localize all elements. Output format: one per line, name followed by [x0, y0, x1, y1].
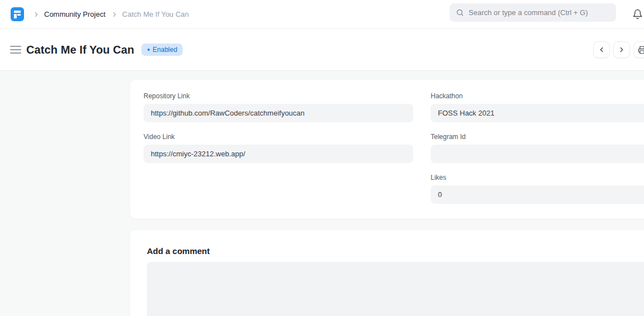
status-badge: • Enabled [141, 44, 183, 56]
notifications-button[interactable] [631, 6, 644, 22]
field-label: Likes [431, 174, 644, 181]
form-column-left: Repository Link Video Link [144, 92, 413, 214]
form-section-card: Repository Link Video Link Hackathon Tel… [130, 80, 644, 219]
chevron-left-icon [598, 46, 605, 54]
repository-link-input[interactable] [144, 104, 413, 122]
comment-input[interactable] [147, 262, 644, 316]
printer-icon [638, 46, 644, 54]
chevron-right-icon [32, 11, 40, 18]
menu-icon [10, 46, 21, 47]
field-hackathon: Hackathon [431, 92, 644, 122]
frappe-logo-glyph [14, 11, 21, 13]
chevron-right-icon [618, 46, 626, 54]
comment-section-card: Add a comment [130, 230, 644, 316]
field-likes: Likes [431, 174, 644, 204]
field-video-link: Video Link [144, 133, 413, 163]
previous-record-button[interactable] [593, 41, 610, 58]
field-label: Telegram Id [431, 133, 644, 141]
search-icon [456, 8, 464, 17]
telegram-id-input[interactable] [431, 145, 644, 163]
page-title: Catch Me If You Can [26, 44, 134, 56]
status-dot: • [147, 46, 150, 54]
field-telegram-id: Telegram Id [431, 133, 644, 163]
bell-icon [632, 9, 643, 20]
next-record-button[interactable] [613, 41, 630, 58]
print-button[interactable] [633, 41, 644, 58]
sidebar-toggle-button[interactable] [10, 46, 21, 54]
field-repository-link: Repository Link [144, 92, 413, 122]
form-column-right: Hackathon Telegram Id Likes [431, 92, 644, 214]
top-navbar: Community Project Catch Me If You Can [0, 0, 644, 29]
global-search[interactable] [450, 3, 616, 22]
breadcrumb-parent[interactable]: Community Project [44, 10, 106, 18]
field-label: Hackathon [431, 92, 644, 100]
search-input[interactable] [469, 8, 608, 17]
chevron-right-icon [111, 11, 118, 18]
status-label: Enabled [152, 46, 177, 54]
hackathon-input[interactable] [431, 104, 644, 122]
add-comment-heading: Add a comment [147, 246, 644, 256]
field-label: Repository Link [144, 92, 413, 100]
frappe-logo[interactable] [11, 7, 24, 21]
page-header: Catch Me If You Can • Enabled [0, 29, 644, 71]
likes-input[interactable] [431, 185, 644, 204]
form-page-body: Repository Link Video Link Hackathon Tel… [0, 71, 644, 316]
field-label: Video Link [144, 133, 413, 141]
video-link-input[interactable] [144, 145, 413, 163]
breadcrumb-current: Catch Me If You Can [122, 10, 189, 18]
